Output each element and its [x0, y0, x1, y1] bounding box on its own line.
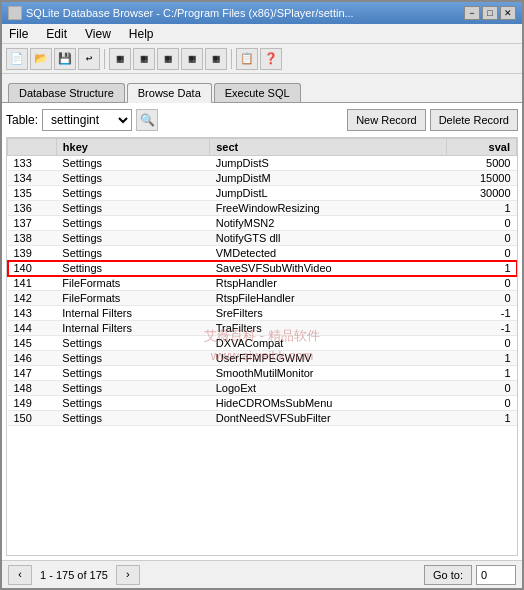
cell-hkey: Internal Filters: [56, 321, 209, 336]
app-icon: [8, 6, 22, 20]
toolbar: 📄 📂 💾 ↩ ▦ ▦ ▦ ▦ ▦ 📋 ❓: [2, 44, 522, 74]
help-button[interactable]: ❓: [260, 48, 282, 70]
cell-sval: 0: [447, 336, 517, 351]
table-button-4[interactable]: ▦: [181, 48, 203, 70]
table-row[interactable]: 143Internal FiltersSreFilters-1: [8, 306, 517, 321]
table-header-row: hkey sect sval: [8, 139, 517, 156]
undo-button[interactable]: ↩: [78, 48, 100, 70]
table-row[interactable]: 139SettingsVMDetected0: [8, 246, 517, 261]
cell-hkey: Settings: [56, 366, 209, 381]
cell-sect: LogoExt: [210, 381, 447, 396]
new-file-button[interactable]: 📄: [6, 48, 28, 70]
table-label: Table:: [6, 113, 38, 127]
cell-id: 135: [8, 186, 57, 201]
cell-sect: UserFFMPEGWMV: [210, 351, 447, 366]
table-row[interactable]: 145SettingsDXVACompat0: [8, 336, 517, 351]
cell-hkey: Settings: [56, 396, 209, 411]
table-scroll[interactable]: hkey sect sval 133SettingsJumpDistS50001…: [7, 138, 517, 555]
cell-sect: VMDetected: [210, 246, 447, 261]
cell-sval: 1: [447, 261, 517, 276]
clipboard-button[interactable]: 📋: [236, 48, 258, 70]
cell-id: 144: [8, 321, 57, 336]
table-select[interactable]: settingint: [42, 109, 132, 131]
open-button[interactable]: 📂: [30, 48, 52, 70]
close-button[interactable]: ✕: [500, 6, 516, 20]
delete-record-button[interactable]: Delete Record: [430, 109, 518, 131]
cell-sect: RtspFileHandler: [210, 291, 447, 306]
table-row[interactable]: 149SettingsHideCDROMsSubMenu0: [8, 396, 517, 411]
tab-bar: Database Structure Browse Data Execute S…: [2, 74, 522, 102]
cell-id: 133: [8, 156, 57, 171]
table-button-5[interactable]: ▦: [205, 48, 227, 70]
table-row[interactable]: 138SettingsNotifyGTS dll0: [8, 231, 517, 246]
menu-edit[interactable]: Edit: [43, 27, 70, 41]
cell-sval: 5000: [447, 156, 517, 171]
minimize-button[interactable]: −: [464, 6, 480, 20]
table-row[interactable]: 150SettingsDontNeedSVFSubFilter1: [8, 411, 517, 426]
cell-sval: 0: [447, 276, 517, 291]
table-row[interactable]: 141FileFormatsRtspHandler0: [8, 276, 517, 291]
cell-id: 142: [8, 291, 57, 306]
cell-hkey: Settings: [56, 411, 209, 426]
prev-button[interactable]: ‹: [8, 565, 32, 585]
cell-sval: 0: [447, 381, 517, 396]
save-button[interactable]: 💾: [54, 48, 76, 70]
table-row[interactable]: 135SettingsJumpDistL30000: [8, 186, 517, 201]
table-row[interactable]: 148SettingsLogoExt0: [8, 381, 517, 396]
cell-id: 149: [8, 396, 57, 411]
menu-view[interactable]: View: [82, 27, 114, 41]
table-row[interactable]: 136SettingsFreeWindowResizing1: [8, 201, 517, 216]
cell-hkey: Settings: [56, 261, 209, 276]
table-row[interactable]: 134SettingsJumpDistM15000: [8, 171, 517, 186]
cell-sval: -1: [447, 321, 517, 336]
tab-database-structure[interactable]: Database Structure: [8, 83, 125, 102]
navigation-controls: ‹ 1 - 175 of 175 ›: [8, 565, 140, 585]
table-button-2[interactable]: ▦: [133, 48, 155, 70]
cell-sect: SaveSVFSubWithVideo: [210, 261, 447, 276]
cell-sval: -1: [447, 306, 517, 321]
cell-id: 138: [8, 231, 57, 246]
cell-sect: JumpDistS: [210, 156, 447, 171]
table-row[interactable]: 137SettingsNotifyMSN20: [8, 216, 517, 231]
next-button[interactable]: ›: [116, 565, 140, 585]
cell-sect: JumpDistL: [210, 186, 447, 201]
table-button-1[interactable]: ▦: [109, 48, 131, 70]
col-header-id: [8, 139, 57, 156]
search-button[interactable]: 🔍: [136, 109, 158, 131]
cell-hkey: Settings: [56, 156, 209, 171]
cell-id: 137: [8, 216, 57, 231]
cell-sval: 1: [447, 201, 517, 216]
cell-sect: TraFilters: [210, 321, 447, 336]
cell-sect: SreFilters: [210, 306, 447, 321]
col-header-hkey[interactable]: hkey: [56, 139, 209, 156]
table-row[interactable]: 144Internal FiltersTraFilters-1: [8, 321, 517, 336]
table-row[interactable]: 147SettingsSmoothMutilMonitor1: [8, 366, 517, 381]
cell-id: 150: [8, 411, 57, 426]
cell-sect: DXVACompat: [210, 336, 447, 351]
cell-sect: JumpDistM: [210, 171, 447, 186]
new-record-button[interactable]: New Record: [347, 109, 426, 131]
menu-file[interactable]: File: [6, 27, 31, 41]
cell-sval: 1: [447, 351, 517, 366]
table-row[interactable]: 133SettingsJumpDistS5000: [8, 156, 517, 171]
tab-execute-sql[interactable]: Execute SQL: [214, 83, 301, 102]
menu-help[interactable]: Help: [126, 27, 157, 41]
cell-id: 134: [8, 171, 57, 186]
table-row[interactable]: 140SettingsSaveSVFSubWithVideo1: [8, 261, 517, 276]
table-button-3[interactable]: ▦: [157, 48, 179, 70]
cell-hkey: Settings: [56, 381, 209, 396]
cell-sect: HideCDROMsSubMenu: [210, 396, 447, 411]
cell-id: 143: [8, 306, 57, 321]
cell-sval: 1: [447, 411, 517, 426]
table-row[interactable]: 146SettingsUserFFMPEGWMV1: [8, 351, 517, 366]
col-header-sval[interactable]: sval: [447, 139, 517, 156]
goto-button[interactable]: Go to:: [424, 565, 472, 585]
maximize-button[interactable]: □: [482, 6, 498, 20]
col-header-sect[interactable]: sect: [210, 139, 447, 156]
cell-sval: 0: [447, 291, 517, 306]
goto-input[interactable]: [476, 565, 516, 585]
table-row[interactable]: 142FileFormatsRtspFileHandler0: [8, 291, 517, 306]
cell-sval: 0: [447, 246, 517, 261]
window-controls: − □ ✕: [464, 6, 516, 20]
tab-browse-data[interactable]: Browse Data: [127, 83, 212, 103]
